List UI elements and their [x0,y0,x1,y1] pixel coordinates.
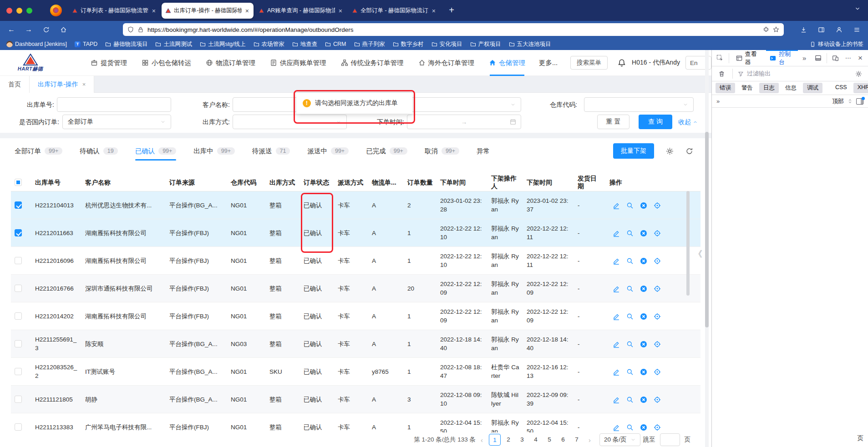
bookmark-item[interactable]: 地查查 [292,40,318,48]
page-number[interactable]: 6 [557,434,569,446]
account-icon[interactable] [834,23,844,36]
page-number[interactable]: 4 [530,434,542,446]
status-tab[interactable]: 取消 99+ [425,138,459,164]
nav-item-doc[interactable]: 供应商账单管理 [270,50,326,76]
page-tab-active[interactable]: 出库订单-操作 × [30,76,94,93]
forward-button[interactable]: → [22,23,36,36]
locate-icon[interactable] [654,396,661,403]
row-checkbox[interactable] [15,423,22,431]
minimize-window-icon[interactable] [16,8,22,14]
sidebar-icon[interactable] [816,23,826,36]
edit-icon[interactable] [613,424,620,431]
console-filter-chip[interactable]: 日志 [759,83,779,93]
home-button[interactable] [56,23,70,36]
locate-icon[interactable] [654,285,661,292]
console-filter-chip[interactable]: 信息 [781,83,801,93]
dock-position-label[interactable]: 顶部 [832,97,844,105]
close-window-icon[interactable] [6,8,12,14]
bookmark-item[interactable]: 赫德物流项目 [105,40,147,48]
bookmark-item[interactable]: 五大连池项目 [509,40,551,48]
trash-icon[interactable] [716,68,727,80]
row-checkbox[interactable] [15,229,22,236]
batch-offshelf-button[interactable]: 批量下架 [613,143,654,159]
edit-icon[interactable] [613,341,620,348]
page-number[interactable]: 1 [489,434,501,446]
bookmark-item[interactable]: 农场管家 [254,40,284,48]
tab-close-icon[interactable]: × [244,7,250,15]
cancel-icon[interactable] [640,257,647,265]
page-number[interactable]: 5 [543,434,555,446]
cancel-icon[interactable] [640,424,647,431]
browser-tab[interactable]: AR账单查询 - 赫德国际物流管理系 × [255,3,347,19]
reset-button[interactable]: 重 置 [597,115,629,129]
bookmark-item[interactable]: 数字乡村 [393,40,424,48]
browser-tab[interactable]: 全部订单 - 赫德国际物流订舱系统 × [348,3,440,19]
locate-icon[interactable] [654,424,661,431]
split-console-icon[interactable] [812,52,823,64]
search-icon[interactable] [626,368,634,376]
hart-logo[interactable]: HART赫德 [10,54,51,72]
edit-icon[interactable] [613,230,620,237]
locate-icon[interactable] [654,368,661,376]
locate-icon[interactable] [654,313,661,320]
nav-item-box[interactable]: 提货管理 [91,50,127,76]
pick-element-icon[interactable] [715,52,726,64]
jump-page-input[interactable] [660,433,680,446]
devtools-close-icon[interactable]: × [855,54,865,63]
prev-page-icon[interactable]: ‹ [478,436,485,444]
row-checkbox[interactable] [15,368,22,375]
gear-icon[interactable] [666,147,674,155]
locate-icon[interactable] [654,202,661,209]
reload-button[interactable] [39,23,53,36]
address-bar[interactable]: https://bookingmgr.hart-worldwide.com/#/… [123,23,784,36]
tab-close-icon[interactable]: × [431,7,437,15]
list-all-tabs-icon[interactable] [854,5,861,12]
bookmark-item[interactable]: T TAPD [75,41,97,47]
bookmark-item[interactable]: 土流网测试 [155,40,192,48]
warehouse-select[interactable] [584,97,694,112]
locate-icon[interactable] [654,257,661,265]
bookmark-item[interactable]: 产权项目 [470,40,501,48]
status-tab[interactable]: 已完成 99+ [366,138,407,164]
devtools-tab-inspector[interactable]: 查看器 [732,50,765,66]
locate-icon[interactable] [654,230,661,237]
locate-icon[interactable] [654,341,661,348]
app-scrollbar-thumb[interactable] [705,132,709,327]
edit-icon[interactable] [613,202,620,209]
search-icon[interactable] [626,396,634,403]
browser-tab[interactable]: 出库订单-操作 - 赫德国际物流管理 × [162,3,254,19]
status-tab[interactable]: 已确认 99+ [135,138,177,164]
console-filter-chip[interactable]: 警告 [737,83,757,93]
status-tab[interactable]: 待派送 71 [252,138,290,164]
cancel-icon[interactable] [640,396,647,403]
bookmark-item[interactable]: 燕子到家 [354,40,385,48]
split-panel-icon[interactable] [856,98,863,105]
search-icon[interactable] [626,202,634,209]
firefox-icon[interactable] [50,5,62,16]
console-filter-input[interactable]: 过滤输出 [738,70,849,78]
edit-icon[interactable] [613,285,620,292]
close-icon[interactable]: × [82,81,86,88]
back-button[interactable]: ← [5,23,18,36]
search-icon[interactable] [626,424,634,431]
order-time-range-input[interactable]: → [407,115,521,129]
notification-bell-icon[interactable] [618,59,626,67]
status-tab[interactable]: 待确认 19 [80,138,117,164]
expand-icon[interactable]: » [716,98,720,105]
edit-icon[interactable] [613,257,620,265]
table-scrollbar-thumb[interactable] [686,191,690,296]
bookmark-item[interactable]: 土流网stg/线上 [200,40,246,48]
row-checkbox[interactable] [15,312,22,320]
console-filter-chip[interactable]: 错误 [716,83,735,93]
nav-item-house[interactable]: 海外仓订单管理 [418,50,475,76]
menu-icon[interactable] [852,23,862,36]
devtools-tab-console[interactable]: 控制台 [766,50,798,66]
nav-more[interactable]: 更多... [539,59,558,67]
browser-tab[interactable]: 订单列表 - 赫德国际物流管理系统 × [68,3,160,19]
extension-icon[interactable] [763,26,769,33]
bookmark-item[interactable]: CRM [325,41,346,47]
edit-icon[interactable] [613,368,620,376]
search-icon[interactable] [626,341,634,348]
lock-icon[interactable] [137,26,144,33]
edit-icon[interactable] [613,313,620,320]
